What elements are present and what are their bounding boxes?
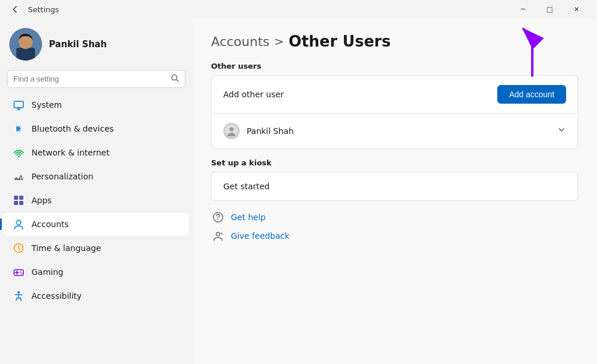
search-box[interactable] [7,70,185,88]
user-avatar [223,123,240,139]
sidebar-item-apps-label: Apps [31,196,52,205]
give-feedback-row[interactable]: Give feedback [211,229,578,243]
other-users-card: Add other user Add account Pankil Shah [211,75,578,149]
apps-icon [13,195,24,206]
user-row[interactable]: Pankil Shah [212,113,578,149]
breadcrumb-current: Other Users [289,33,391,50]
content-area: Accounts > Other Users Other users Add o… [192,19,597,364]
add-other-user-label: Add other user [223,90,284,99]
app-body: Pankil Shah [0,19,597,364]
breadcrumb-separator: > [274,34,284,48]
svg-rect-10 [14,196,18,200]
user-name: Pankil Shah [247,126,294,136]
system-icon [13,99,24,111]
sidebar-item-network[interactable]: Network & internet [3,141,189,164]
give-feedback-icon [211,229,225,243]
accounts-icon [13,218,24,230]
svg-point-27 [216,232,220,236]
svg-rect-11 [19,196,23,200]
sidebar-item-time[interactable]: Time & language [3,236,189,260]
get-started-label: Get started [223,182,270,191]
network-icon [13,147,24,158]
search-area [0,68,192,93]
give-feedback-link[interactable]: Give feedback [231,231,289,241]
sidebar-item-time-label: Time & language [31,243,101,253]
sidebar-item-gaming-label: Gaming [31,267,64,277]
avatar [9,28,42,61]
sidebar-item-gaming[interactable]: Gaming [3,260,189,284]
sidebar-item-bluetooth[interactable]: Bluetooth & devices [3,117,189,140]
sidebar-item-accessibility[interactable]: Accessibility [3,284,189,308]
get-help-icon [211,210,225,224]
window-controls: ─ □ ✕ [510,0,590,19]
svg-line-4 [177,80,179,82]
add-other-user-row: Add other user Add account [212,76,578,113]
close-button[interactable]: ✕ [563,0,590,19]
sidebar-item-accessibility-label: Accessibility [31,291,82,301]
app-title: Settings [28,5,510,14]
other-users-label: Other users [211,62,578,70]
personalization-icon [13,171,24,182]
time-icon [13,242,24,254]
kiosk-section: Set up a kiosk Get started [211,158,578,201]
kiosk-card: Get started [211,172,578,201]
sidebar: Pankil Shah [0,19,192,364]
minimize-button[interactable]: ─ [510,0,536,19]
expand-user-button[interactable] [557,125,566,137]
search-icon [171,74,179,84]
sidebar-item-accounts-label: Accounts [31,220,69,229]
gaming-icon [13,266,24,278]
kiosk-label: Set up a kiosk [211,158,578,167]
accessibility-icon [13,290,24,302]
add-account-button[interactable]: Add account [497,85,566,104]
titlebar: Settings ─ □ ✕ [0,0,597,19]
bluetooth-icon [13,123,24,135]
get-help-link[interactable]: Get help [231,213,266,222]
svg-point-19 [20,271,21,273]
breadcrumb: Accounts > Other Users [211,33,578,50]
svg-point-20 [22,273,23,274]
breadcrumb-parent[interactable]: Accounts [211,34,269,49]
sidebar-item-network-label: Network & internet [31,148,110,157]
sidebar-item-personalization-label: Personalization [31,172,93,181]
profile-area[interactable]: Pankil Shah [0,19,192,68]
maximize-button[interactable]: □ [536,0,563,19]
svg-rect-12 [14,201,18,205]
svg-point-9 [18,156,20,158]
sidebar-nav: System Bluetooth & devices [0,93,192,308]
svg-point-26 [217,219,219,220]
get-help-row[interactable]: Get help [211,210,578,224]
user-info: Pankil Shah [223,123,294,139]
back-button[interactable] [7,1,23,17]
sidebar-item-apps[interactable]: Apps [3,189,189,212]
svg-rect-13 [19,201,23,205]
svg-point-21 [17,291,20,294]
svg-point-23 [230,128,234,132]
profile-name: Pankil Shah [49,39,107,50]
svg-point-14 [16,220,21,225]
sidebar-item-personalization[interactable]: Personalization [3,165,189,188]
svg-rect-5 [14,101,23,108]
search-input[interactable] [13,75,166,83]
sidebar-item-bluetooth-label: Bluetooth & devices [31,124,114,133]
sidebar-item-system-label: System [31,100,62,109]
sidebar-item-accounts[interactable]: Accounts [3,213,189,236]
svg-rect-1 [16,48,35,61]
get-started-row: Get started [212,172,578,200]
sidebar-item-system[interactable]: System [3,93,189,116]
links-section: Get help Give feedback [211,210,578,243]
